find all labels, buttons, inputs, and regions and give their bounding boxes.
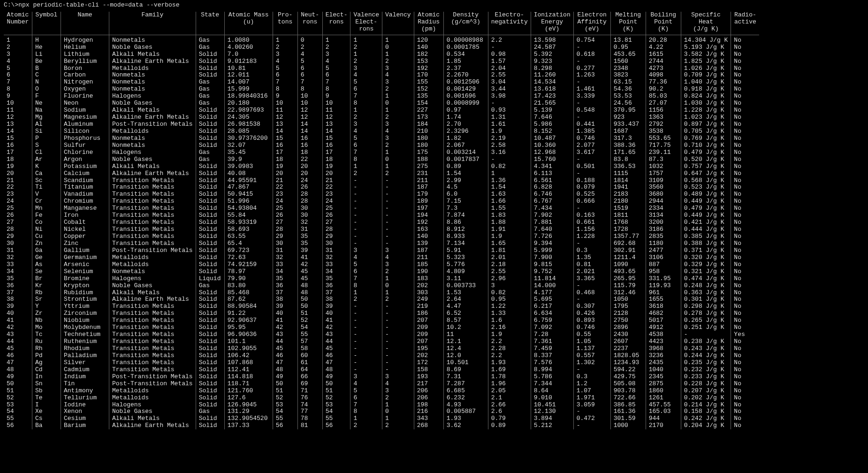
- table-cell: 202: [414, 352, 443, 359]
- table-cell: 8: [350, 408, 382, 415]
- table-cell: 13: [322, 121, 350, 128]
- table-cell: 54.36: [610, 86, 646, 93]
- table-cell: Mn: [32, 205, 61, 212]
- table-row: 39YYttriumTransition MetalsSolid88.90584…: [4, 303, 759, 310]
- table-cell: 51: [4, 388, 32, 395]
- table-cell: 46: [4, 352, 32, 359]
- table-cell: 4.93: [443, 402, 488, 409]
- table-cell: No: [731, 86, 760, 93]
- table-cell: 6: [297, 72, 322, 79]
- table-cell: Solid: [196, 205, 224, 212]
- table-cell: No: [731, 338, 760, 345]
- table-cell: Transition Metals: [109, 324, 196, 331]
- table-cell: No: [731, 261, 760, 268]
- table-cell: 3: [382, 388, 414, 395]
- table-cell: Ti: [32, 184, 61, 191]
- table-cell: 1.35: [573, 254, 610, 261]
- periodic-table-data: Atomic Number Symbol Name Family State A…: [4, 12, 759, 429]
- table-cell: 4: [322, 58, 350, 65]
- table-row: 23VVanadiumTransition MetalsSolid50.9415…: [4, 191, 759, 198]
- table-cell: 3.16: [488, 149, 531, 156]
- table-cell: -: [382, 366, 414, 374]
- table-cell: O: [32, 86, 61, 93]
- table-cell: Alkaline Earth Metals: [109, 114, 196, 121]
- table-cell: 1687: [610, 128, 646, 135]
- table-cell: 55: [297, 331, 322, 338]
- table-cell: 6: [4, 72, 32, 79]
- table-cell: No: [731, 163, 760, 170]
- table-cell: Titanium: [61, 184, 109, 191]
- table-cell: 1: [382, 163, 414, 170]
- table-cell: 0: [382, 282, 414, 290]
- table-cell: 0.95: [488, 296, 531, 303]
- table-cell: No: [731, 72, 760, 79]
- table-cell: -: [573, 366, 610, 374]
- table-cell: 16: [273, 142, 297, 149]
- table-cell: 175: [414, 149, 443, 156]
- table-cell: Alkaline Earth Metals: [109, 58, 196, 65]
- table-cell: 57: [297, 338, 322, 345]
- table-cell: 2: [382, 395, 414, 402]
- table-cell: 0.214 J/g K: [681, 402, 731, 409]
- table-row: 46PdPalladiumTransition MetalsSolid106.4…: [4, 352, 759, 359]
- table-cell: 0.824 J/g K: [681, 93, 731, 100]
- table-cell: 0.00008988: [443, 35, 488, 44]
- table-cell: Alkali Metals: [109, 290, 196, 297]
- table-cell: 16: [4, 142, 32, 149]
- table-cell: 182: [414, 51, 443, 58]
- table-cell: 0.307: [573, 303, 610, 310]
- table-cell: 16: [297, 135, 322, 142]
- table-cell: 197: [414, 205, 443, 212]
- table-cell: 2.2: [488, 352, 531, 359]
- table-cell: No: [731, 345, 760, 352]
- table-cell: 19: [273, 163, 297, 170]
- table-cell: 4273: [646, 65, 681, 72]
- table-cell: 0.479 J/g K: [681, 149, 731, 156]
- table-cell: -: [382, 303, 414, 310]
- table-cell: 3: [322, 51, 350, 58]
- table-cell: No: [731, 359, 760, 366]
- table-row: 7NNitrogenNonmetalsGas14.007777531550.00…: [4, 79, 759, 86]
- table-cell: 36: [273, 282, 297, 290]
- table-cell: 0.163: [573, 212, 610, 219]
- table-cell: 961: [646, 290, 681, 297]
- table-cell: 47.867: [224, 184, 273, 191]
- table-cell: 78.97: [224, 268, 273, 275]
- table-cell: 7: [322, 79, 350, 86]
- table-cell: 6.685: [443, 388, 488, 395]
- table-cell: 12: [4, 114, 32, 121]
- table-cell: 3200: [646, 219, 681, 226]
- table-cell: Nonmetals: [109, 79, 196, 86]
- table-cell: Cu: [32, 233, 61, 240]
- table-cell: 2: [382, 170, 414, 177]
- table-cell: 207: [414, 317, 443, 324]
- table-cell: 6.746: [531, 191, 573, 198]
- table-cell: -: [382, 191, 414, 198]
- table-cell: 5.212: [531, 422, 573, 429]
- table-cell: 1.9: [488, 331, 531, 338]
- table-row: 2HeHeliumNoble GasesGas4.00260222201400.…: [4, 44, 759, 51]
- table-cell: 3: [382, 374, 414, 381]
- table-cell: 58: [297, 345, 322, 352]
- table-cell: 22: [297, 156, 322, 163]
- table-cell: Chromium: [61, 198, 109, 205]
- table-cell: Nonmetals: [109, 135, 196, 142]
- table-cell: 4538: [646, 331, 681, 338]
- table-cell: 7.344: [531, 381, 573, 388]
- table-cell: 1.461: [573, 86, 610, 93]
- table-cell: 21: [4, 177, 32, 184]
- table-cell: Gas: [196, 86, 224, 93]
- table-cell: -: [382, 233, 414, 240]
- table-cell: 216: [414, 408, 443, 415]
- table-cell: No: [731, 212, 760, 219]
- table-cell: 1: [382, 51, 414, 58]
- col-atomic-mass: Atomic Mass (u): [224, 12, 273, 35]
- table-cell: Selenium: [61, 268, 109, 275]
- table-cell: 1560: [610, 58, 646, 65]
- table-cell: 41: [322, 317, 350, 324]
- table-cell: 2: [350, 422, 382, 429]
- table-cell: 18: [4, 156, 32, 163]
- table-cell: 3968: [646, 345, 681, 352]
- table-cell: No: [731, 51, 760, 58]
- table-cell: No: [731, 275, 760, 282]
